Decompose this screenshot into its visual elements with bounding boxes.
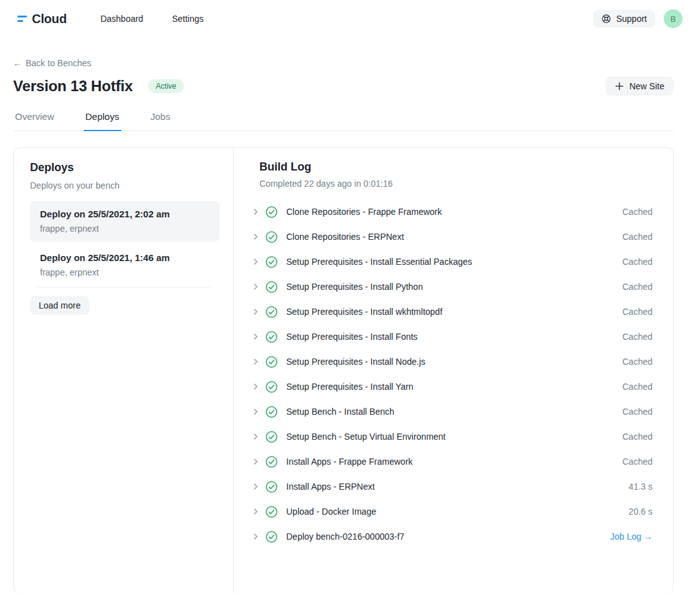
- deploy-list-item[interactable]: Deploy on 25/5/2021, 2:02 am frappe, erp…: [30, 201, 219, 242]
- build-step-label: Install Apps - ERPNext: [286, 482, 375, 492]
- breadcrumb-label: Back to Benches: [26, 58, 91, 68]
- deploy-list-item[interactable]: Deploy on 25/5/2021, 1:46 am frappe, erp…: [30, 245, 219, 285]
- build-step-row[interactable]: Setup Prerequisites - Install wkhtmltopd…: [251, 299, 652, 324]
- build-step-label: Setup Prerequisites - Install Essential …: [286, 257, 472, 267]
- build-step-status: Cached: [622, 432, 652, 442]
- build-step-label: Upload - Docker Image: [286, 507, 376, 517]
- build-step-status: Cached: [622, 282, 652, 292]
- deploy-list-divider: [36, 287, 213, 287]
- tab-jobs[interactable]: Jobs: [149, 111, 172, 131]
- check-circle-icon: [266, 306, 278, 318]
- tab-overview[interactable]: Overview: [13, 111, 56, 131]
- breadcrumb-back-to-benches[interactable]: ← Back to Benches: [13, 58, 91, 68]
- chevron-right-icon[interactable]: [251, 282, 260, 291]
- back-arrow-icon: ←: [13, 58, 22, 68]
- build-step-row[interactable]: Clone Repositories - Frappe Framework Ca…: [251, 199, 652, 224]
- job-log-link[interactable]: Job Log →: [610, 532, 652, 542]
- build-step-row[interactable]: Setup Prerequisites - Install Python Cac…: [251, 274, 652, 299]
- build-step-status: 20.6 s: [629, 507, 652, 517]
- build-step-status: Cached: [622, 232, 652, 242]
- build-step-row[interactable]: Install Apps - Frappe Framework Cached: [251, 449, 652, 474]
- deploys-panel: Deploys Deploys on your bench Deploy on …: [14, 148, 234, 593]
- deploy-item-apps: frappe, erpnext: [40, 267, 209, 277]
- build-step-row[interactable]: Upload - Docker Image 20.6 s: [251, 499, 652, 524]
- chevron-right-icon[interactable]: [251, 482, 260, 491]
- status-badge: Active: [148, 79, 184, 93]
- build-step-label: Setup Prerequisites - Install Yarn: [286, 382, 413, 392]
- build-log-header: Build Log Completed 22 days ago in 0:01:…: [259, 161, 652, 189]
- build-step-label: Setup Bench - Setup Virtual Environment: [286, 432, 446, 442]
- chevron-right-icon[interactable]: [251, 207, 260, 216]
- build-step-status: Cached: [622, 357, 652, 367]
- bench-detail-card: Deploys Deploys on your bench Deploy on …: [13, 147, 674, 593]
- chevron-right-icon[interactable]: [251, 307, 260, 316]
- build-step-row[interactable]: Clone Repositories - ERPNext Cached: [251, 224, 652, 249]
- build-step-row[interactable]: Setup Prerequisites - Install Yarn Cache…: [251, 374, 652, 399]
- nav-item-dashboard[interactable]: Dashboard: [101, 14, 144, 24]
- life-buoy-icon: [601, 14, 611, 24]
- build-log-subtitle: Completed 22 days ago in 0:01:16: [259, 179, 652, 189]
- build-step-label: Clone Repositories - Frappe Framework: [286, 207, 442, 217]
- tab-deploys[interactable]: Deploys: [84, 111, 121, 131]
- load-more-button[interactable]: Load more: [30, 296, 89, 315]
- logo-text: Cloud: [32, 12, 67, 26]
- deploy-list: Deploy on 25/5/2021, 2:02 am frappe, erp…: [30, 201, 219, 285]
- build-step-row[interactable]: Setup Bench - Setup Virtual Environment …: [251, 424, 652, 449]
- deploy-item-apps: frappe, erpnext: [40, 224, 209, 234]
- chevron-right-icon[interactable]: [251, 457, 260, 466]
- chevron-right-icon[interactable]: [251, 407, 260, 416]
- chevron-right-icon[interactable]: [251, 232, 260, 241]
- build-step-status: Cached: [622, 407, 652, 417]
- deploy-item-title: Deploy on 25/5/2021, 2:02 am: [40, 209, 209, 219]
- title-row: Version 13 Hotfix Active New Site: [13, 77, 674, 96]
- build-step-label: Setup Prerequisites - Install wkhtmltopd…: [286, 307, 442, 317]
- check-circle-icon: [266, 281, 278, 293]
- chevron-right-icon[interactable]: [251, 332, 260, 341]
- build-log-steps: Clone Repositories - Frappe Framework Ca…: [251, 199, 652, 549]
- new-site-button[interactable]: New Site: [606, 77, 674, 96]
- support-button[interactable]: Support: [593, 10, 655, 27]
- build-log-panel: Build Log Completed 22 days ago in 0:01:…: [234, 148, 673, 593]
- build-step-label: Setup Prerequisites - Install Fonts: [286, 332, 418, 342]
- chevron-right-icon[interactable]: [251, 432, 260, 441]
- build-step-row[interactable]: Setup Prerequisites - Install Essential …: [251, 249, 652, 274]
- build-step-status: Cached: [622, 457, 652, 467]
- new-site-label: New Site: [629, 81, 664, 91]
- check-circle-icon: [266, 206, 278, 218]
- build-step-label: Setup Prerequisites - Install Node.js: [286, 357, 426, 367]
- plus-icon: [615, 82, 624, 91]
- check-circle-icon: [266, 331, 278, 343]
- build-step-status: Cached: [622, 207, 652, 217]
- page-container: ← Back to Benches Version 13 Hotfix Acti…: [13, 37, 674, 593]
- check-circle-icon: [266, 256, 278, 268]
- check-circle-icon: [266, 406, 278, 418]
- avatar[interactable]: B: [664, 9, 682, 28]
- check-circle-icon: [266, 456, 278, 468]
- tab-bar: Overview Deploys Jobs: [13, 111, 674, 131]
- build-step-row[interactable]: Setup Prerequisites - Install Fonts Cach…: [251, 324, 652, 349]
- header-right: Support B: [593, 9, 682, 28]
- build-step-label: Setup Bench - Install Bench: [286, 407, 394, 417]
- build-step-status: Cached: [622, 307, 652, 317]
- check-circle-icon: [266, 481, 278, 493]
- app-header: Cloud Dashboard Settings Support B: [0, 0, 700, 37]
- build-step-row[interactable]: Setup Prerequisites - Install Node.js Ca…: [251, 349, 652, 374]
- build-step-label: Clone Repositories - ERPNext: [286, 232, 404, 242]
- deploys-panel-title: Deploys: [30, 161, 219, 174]
- chevron-right-icon[interactable]: [251, 257, 260, 266]
- frappe-cloud-logo[interactable]: Cloud: [18, 12, 67, 26]
- check-circle-icon: [266, 231, 278, 243]
- build-step-label: Setup Prerequisites - Install Python: [286, 282, 423, 292]
- chevron-right-icon[interactable]: [251, 532, 260, 541]
- chevron-right-icon[interactable]: [251, 382, 260, 391]
- nav-item-settings[interactable]: Settings: [172, 14, 204, 24]
- build-step-row[interactable]: Setup Bench - Install Bench Cached: [251, 399, 652, 424]
- chevron-right-icon[interactable]: [251, 507, 260, 516]
- check-circle-icon: [266, 431, 278, 443]
- chevron-right-icon[interactable]: [251, 357, 260, 366]
- check-circle-icon: [266, 381, 278, 393]
- build-step-row[interactable]: Deploy bench-0216-000003-f7 Job Log →: [251, 524, 652, 549]
- build-log-title: Build Log: [259, 161, 652, 174]
- check-circle-icon: [266, 356, 278, 368]
- build-step-row[interactable]: Install Apps - ERPNext 41.3 s: [251, 474, 652, 499]
